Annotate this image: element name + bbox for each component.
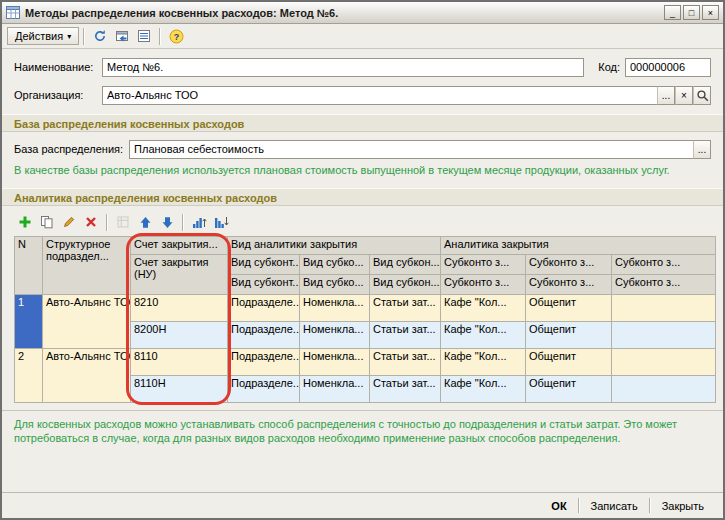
table-row[interactable]: 2 Авто-Альянс ТОО 8110 Подразделе... Ном… bbox=[15, 349, 716, 376]
column-header-department[interactable]: Структурное подраздел... bbox=[43, 237, 131, 295]
department-cell[interactable]: Авто-Альянс ТОО bbox=[43, 349, 131, 403]
base-input[interactable] bbox=[129, 140, 693, 159]
row-number-cell[interactable]: 2 bbox=[15, 349, 43, 403]
vid-cell[interactable]: Номенкла... bbox=[300, 322, 370, 349]
toolbar-separator bbox=[83, 28, 85, 45]
column-header-sub-2b[interactable]: Субконто з... bbox=[526, 275, 612, 295]
organization-search-icon[interactable] bbox=[693, 86, 711, 105]
maximize-button[interactable]: □ bbox=[683, 5, 700, 20]
close-button-bottom[interactable]: Закрыть bbox=[653, 497, 713, 515]
column-header-sub-3b[interactable]: Субконто з... bbox=[612, 275, 716, 295]
sort-asc-icon[interactable] bbox=[188, 212, 210, 232]
vid-cell[interactable]: Подразделе... bbox=[228, 322, 300, 349]
vid-cell[interactable]: Статьи зат... bbox=[370, 322, 441, 349]
sub-cell[interactable]: Кафе "Кол... bbox=[441, 295, 526, 322]
go-to-icon[interactable] bbox=[111, 26, 133, 46]
sub-cell[interactable]: Кафе "Кол... bbox=[441, 376, 526, 403]
button-separator bbox=[649, 498, 651, 513]
account-cell[interactable]: 8110 bbox=[131, 349, 228, 376]
organization-picker-button[interactable]: ... bbox=[657, 86, 675, 105]
sub-cell[interactable]: Общепит bbox=[526, 295, 612, 322]
window-title: Методы распределения косвенных расходов:… bbox=[25, 7, 662, 19]
vid-cell[interactable]: Статьи зат... bbox=[370, 376, 441, 403]
column-header-n[interactable]: N bbox=[15, 237, 43, 295]
vid-cell[interactable]: Статьи зат... bbox=[370, 295, 441, 322]
vid-cell[interactable]: Номенкла... bbox=[300, 376, 370, 403]
column-header-vid-1[interactable]: Вид субконт... bbox=[228, 255, 300, 275]
main-toolbar: Действия ▾ ? bbox=[2, 24, 723, 49]
base-picker-button[interactable]: ... bbox=[693, 140, 711, 159]
sub-cell[interactable] bbox=[612, 376, 716, 403]
vid-cell[interactable]: Подразделе... bbox=[228, 295, 300, 322]
end-edit-icon bbox=[112, 212, 134, 232]
vid-cell[interactable]: Номенкла... bbox=[300, 349, 370, 376]
vid-cell[interactable]: Подразделе... bbox=[228, 376, 300, 403]
table-row[interactable]: 1 Авто-Альянс ТОО 8210 Подразделе... Ном… bbox=[15, 295, 716, 322]
account-cell[interactable]: 8210 bbox=[131, 295, 228, 322]
vid-cell[interactable]: Статьи зат... bbox=[370, 349, 441, 376]
sub-cell[interactable]: Кафе "Кол... bbox=[441, 322, 526, 349]
minimize-button[interactable]: _ bbox=[664, 5, 681, 20]
save-button[interactable]: Записать bbox=[582, 497, 647, 515]
column-header-vid-3b[interactable]: Вид субкон... bbox=[370, 275, 441, 295]
sort-desc-icon[interactable] bbox=[210, 212, 232, 232]
organization-label: Организация: bbox=[14, 89, 102, 101]
code-input[interactable] bbox=[625, 58, 711, 77]
sub-cell[interactable] bbox=[612, 295, 716, 322]
dialog-window: Методы распределения косвенных расходов:… bbox=[0, 0, 725, 520]
reread-icon[interactable] bbox=[89, 26, 111, 46]
sub-cell[interactable]: Кафе "Кол... bbox=[441, 349, 526, 376]
column-group-vid-analytics[interactable]: Вид аналитики закрытия bbox=[228, 237, 441, 255]
divider bbox=[2, 410, 723, 411]
column-header-sub-2[interactable]: Субконто з... bbox=[526, 255, 612, 275]
analytics-section-header: Аналитика распределения косвенных расход… bbox=[2, 188, 723, 206]
copy-icon[interactable] bbox=[36, 212, 58, 232]
column-header-account-nu[interactable]: Счет закрытия (НУ) bbox=[131, 255, 228, 295]
column-header-vid-2b[interactable]: Вид субко... bbox=[300, 275, 370, 295]
organization-input[interactable] bbox=[102, 86, 657, 105]
button-separator bbox=[578, 498, 580, 513]
column-header-sub-1b[interactable]: Субконто з... bbox=[441, 275, 526, 295]
account-cell[interactable]: 8200Н bbox=[131, 322, 228, 349]
account-cell[interactable]: 8110Н bbox=[131, 376, 228, 403]
sub-cell[interactable] bbox=[612, 349, 716, 376]
ok-button[interactable]: ОК bbox=[542, 497, 575, 515]
column-header-vid-1b[interactable]: Вид субконт... bbox=[228, 275, 300, 295]
actions-menu-label: Действия bbox=[15, 30, 63, 42]
edit-icon[interactable] bbox=[58, 212, 80, 232]
column-header-sub-1[interactable]: Субконто з... bbox=[441, 255, 526, 275]
vid-cell[interactable]: Номенкла... bbox=[300, 295, 370, 322]
organization-clear-button[interactable]: × bbox=[675, 86, 693, 105]
column-header-account[interactable]: Счет закрытия... bbox=[131, 237, 228, 255]
analytics-table: N Структурное подраздел... Счет закрытия… bbox=[14, 236, 716, 403]
grid-toolbar bbox=[14, 212, 711, 232]
sub-cell[interactable]: Общепит bbox=[526, 376, 612, 403]
vid-cell[interactable]: Подразделе... bbox=[228, 349, 300, 376]
delete-icon[interactable] bbox=[80, 212, 102, 232]
window-icon bbox=[6, 6, 20, 19]
column-header-vid-3[interactable]: Вид субкон... bbox=[370, 255, 441, 275]
column-header-sub-3[interactable]: Субконто з... bbox=[612, 255, 716, 275]
chevron-down-icon: ▾ bbox=[67, 32, 71, 41]
sub-cell[interactable]: Общепит bbox=[526, 322, 612, 349]
add-icon[interactable] bbox=[14, 212, 36, 232]
move-down-icon[interactable] bbox=[156, 212, 178, 232]
analytics-table-wrap: N Структурное подраздел... Счет закрытия… bbox=[14, 236, 711, 403]
help-icon[interactable]: ? bbox=[165, 26, 187, 46]
department-cell[interactable]: Авто-Альянс ТОО bbox=[43, 295, 131, 349]
actions-menu-button[interactable]: Действия ▾ bbox=[7, 27, 79, 45]
column-header-vid-2[interactable]: Вид субко... bbox=[300, 255, 370, 275]
bottom-button-bar: ОК Записать Закрыть bbox=[2, 492, 723, 518]
row-number-cell[interactable]: 1 bbox=[15, 295, 43, 349]
base-section-header: База распределения косвенных расходов bbox=[2, 114, 723, 132]
column-group-analytics[interactable]: Аналитика закрытия bbox=[441, 237, 716, 255]
toolbar-separator bbox=[159, 28, 161, 45]
move-up-icon[interactable] bbox=[134, 212, 156, 232]
form-body: Наименование: Код: Организация: ... × bbox=[2, 57, 723, 105]
sub-cell[interactable]: Общепит bbox=[526, 349, 612, 376]
structure-icon[interactable] bbox=[133, 26, 155, 46]
toolbar-separator bbox=[182, 214, 184, 231]
sub-cell[interactable] bbox=[612, 322, 716, 349]
close-button[interactable]: × bbox=[702, 5, 719, 20]
name-input[interactable] bbox=[102, 58, 584, 77]
